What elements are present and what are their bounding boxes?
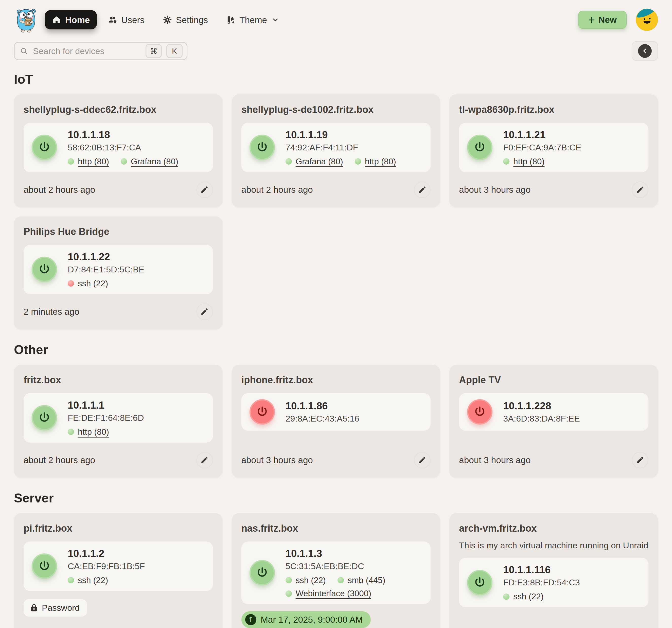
password-badge: Password bbox=[24, 599, 87, 617]
device-grid: pi.fritz.box 10.1.1.2 CA:EB:F9:FB:1B:5F … bbox=[14, 513, 658, 628]
device-mac: 5C:31:5A:EB:BE:DC bbox=[286, 561, 423, 571]
pencil-icon bbox=[200, 307, 209, 316]
device-card: Apple TV 10.1.1.228 3A:6D:83:DA:8F:EE ab… bbox=[449, 365, 658, 478]
power-icon bbox=[256, 567, 268, 579]
power-icon bbox=[474, 577, 486, 589]
section-title: Server bbox=[14, 491, 658, 506]
edit-button[interactable] bbox=[196, 181, 213, 198]
power-button[interactable] bbox=[249, 399, 275, 425]
device-ip: 10.1.1.86 bbox=[286, 400, 359, 412]
device-mac: 29:8A:EC:43:A5:16 bbox=[286, 414, 359, 423]
device-ip: 10.1.1.21 bbox=[503, 129, 581, 141]
device-ip: 10.1.1.1 bbox=[68, 399, 144, 411]
pencil-icon bbox=[636, 456, 644, 464]
last-seen-timestamp: about 3 hours ago bbox=[459, 455, 530, 465]
power-button[interactable] bbox=[32, 257, 57, 282]
device-name: nas.fritz.box bbox=[241, 523, 431, 534]
edit-button[interactable] bbox=[632, 452, 648, 468]
kbd-k: K bbox=[166, 44, 183, 58]
device-info: 10.1.1.18 58:62:0B:13:F7:CA http (80)Gra… bbox=[68, 129, 178, 166]
device-name: arch-vm.fritz.box bbox=[459, 523, 648, 534]
device-panel: 10.1.1.86 29:8A:EC:43:A5:16 bbox=[241, 393, 431, 431]
device-panel: 10.1.1.228 3A:6D:83:DA:8F:EE bbox=[459, 393, 648, 431]
gopher-icon bbox=[14, 7, 38, 32]
device-sections: IoT shellyplug-s-ddec62.fritz.box 10.1.1… bbox=[14, 72, 658, 628]
device-name: fritz.box bbox=[24, 374, 213, 386]
nav-item-home[interactable]: Home bbox=[45, 10, 97, 29]
device-grid: shellyplug-s-ddec62.fritz.box 10.1.1.18 … bbox=[14, 94, 658, 329]
power-button[interactable] bbox=[467, 135, 493, 160]
nav-item-theme[interactable]: Theme bbox=[219, 10, 286, 29]
device-mac: FE:DE:F1:64:8E:6D bbox=[68, 413, 144, 423]
port-link[interactable]: http (80) bbox=[503, 157, 545, 166]
port-status: ssh (22) bbox=[68, 279, 108, 288]
port-label: Webinterface (3000) bbox=[296, 589, 371, 598]
power-icon bbox=[256, 406, 268, 418]
port-label: http (80) bbox=[513, 157, 545, 166]
last-seen-timestamp: about 2 hours ago bbox=[24, 455, 95, 465]
power-button[interactable] bbox=[467, 570, 493, 595]
device-card: fritz.box 10.1.1.1 FE:DE:F1:64:8E:6D htt… bbox=[14, 365, 223, 478]
upsnap-dashboard: Home Users bbox=[0, 0, 672, 628]
edit-button[interactable] bbox=[414, 452, 431, 468]
power-icon bbox=[256, 141, 268, 154]
port-link[interactable]: Webinterface (3000) bbox=[286, 589, 371, 598]
device-mac: FD:E3:8B:FD:54:C3 bbox=[503, 578, 580, 587]
app-logo[interactable] bbox=[14, 7, 38, 32]
device-name: iphone.fritz.box bbox=[241, 374, 431, 386]
plus-icon: + bbox=[588, 15, 595, 25]
edit-button[interactable] bbox=[196, 303, 213, 320]
device-ports: http (80) bbox=[503, 157, 581, 166]
port-status-dot bbox=[355, 158, 361, 165]
new-device-button[interactable]: + New bbox=[578, 11, 627, 29]
edit-button[interactable] bbox=[196, 452, 213, 468]
device-panel: 10.1.1.22 D7:84:E1:5D:5C:BE ssh (22) bbox=[24, 245, 213, 294]
card-footer: about 3 hours ago bbox=[241, 443, 431, 468]
port-label: http (80) bbox=[365, 157, 396, 166]
device-name: Philips Hue Bridge bbox=[24, 226, 213, 238]
device-name: shellyplug-s-de1002.fritz.box bbox=[241, 104, 431, 116]
card-actions bbox=[414, 452, 431, 468]
navbar: Home Users bbox=[14, 7, 658, 32]
collapse-toggle-button[interactable] bbox=[632, 41, 658, 61]
port-label: Grafana (80) bbox=[131, 157, 178, 166]
wake-schedule-badge: ↑Mar 17, 2025, 9:00:00 AM bbox=[241, 611, 371, 628]
port-link[interactable]: http (80) bbox=[68, 157, 109, 166]
power-button[interactable] bbox=[32, 553, 57, 579]
device-panel: 10.1.1.116 FD:E3:8B:FD:54:C3 ssh (22) bbox=[459, 558, 648, 607]
port-link[interactable]: http (80) bbox=[68, 427, 109, 437]
port-link[interactable]: http (80) bbox=[355, 157, 396, 166]
power-button[interactable] bbox=[249, 135, 275, 160]
port-link[interactable]: Grafana (80) bbox=[121, 157, 178, 166]
nav-item-settings[interactable]: Settings bbox=[156, 10, 215, 29]
device-info: 10.1.1.3 5C:31:5A:EB:BE:DC ssh (22)smb (… bbox=[286, 548, 423, 598]
device-ip: 10.1.1.3 bbox=[286, 548, 423, 559]
device-info: 10.1.1.2 CA:EB:F9:FB:1B:5F ssh (22) bbox=[68, 548, 145, 585]
last-seen-timestamp: about 2 hours ago bbox=[241, 185, 313, 195]
chevron-left-icon bbox=[638, 44, 652, 58]
device-panel: 10.1.1.19 74:92:AF:F4:11:DF Grafana (80)… bbox=[241, 123, 431, 172]
device-panel: 10.1.1.2 CA:EB:F9:FB:1B:5F ssh (22) bbox=[24, 541, 213, 591]
power-button[interactable] bbox=[249, 560, 275, 585]
port-label: ssh (22) bbox=[296, 576, 326, 585]
port-link[interactable]: Grafana (80) bbox=[286, 157, 343, 166]
search-input[interactable] bbox=[32, 46, 141, 56]
device-card: pi.fritz.box 10.1.1.2 CA:EB:F9:FB:1B:5F … bbox=[14, 513, 223, 628]
edit-button[interactable] bbox=[414, 181, 431, 198]
power-button[interactable] bbox=[467, 399, 493, 425]
schedule-time: Mar 17, 2025, 9:00:00 AM bbox=[261, 614, 363, 625]
device-name: Apple TV bbox=[459, 374, 648, 386]
edit-button[interactable] bbox=[632, 181, 648, 198]
user-avatar[interactable] bbox=[636, 9, 658, 31]
device-mac: F0:EF:CA:9A:7B:CE bbox=[503, 143, 581, 153]
device-mac: 58:62:0B:13:F7:CA bbox=[68, 143, 178, 153]
power-button[interactable] bbox=[32, 135, 57, 160]
nav-item-users[interactable]: Users bbox=[101, 10, 151, 29]
card-actions bbox=[196, 303, 213, 320]
kbd-cmd: ⌘ bbox=[146, 44, 162, 58]
search-row: ⌘ K bbox=[14, 41, 658, 61]
section-title: IoT bbox=[14, 72, 658, 87]
power-button[interactable] bbox=[32, 405, 57, 431]
port-status-dot bbox=[503, 594, 509, 600]
card-footer: about 3 hours ago bbox=[459, 443, 648, 468]
